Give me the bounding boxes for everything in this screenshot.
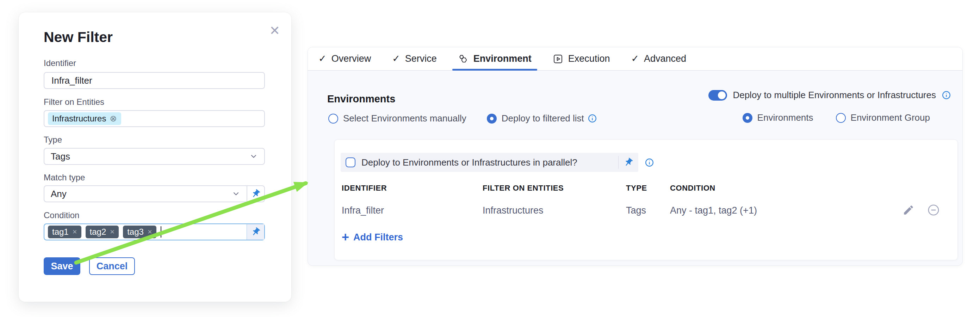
- cancel-button[interactable]: Cancel: [89, 257, 135, 275]
- pipeline-stage-panel: ✓ Overview ✓ Service Environment Executi…: [307, 47, 963, 266]
- toggle-knob: [718, 91, 725, 99]
- parallel-checkbox-label: Deploy to Environments or Infrastructure…: [361, 157, 578, 168]
- radio-label: Deploy to filtered list: [502, 113, 584, 124]
- toggle-label: Deploy to multiple Environments or Infra…: [733, 90, 936, 101]
- environment-icon: [458, 54, 469, 64]
- check-icon: ✓: [631, 54, 639, 64]
- edit-icon[interactable]: [902, 204, 915, 216]
- col-header-entities: FILTER ON ENTITIES: [483, 184, 564, 193]
- tag-chip: tag1 ×: [48, 226, 81, 238]
- radio-select-manually[interactable]: [328, 114, 338, 123]
- radio-environments[interactable]: [743, 113, 752, 123]
- tab-advanced[interactable]: ✓ Advanced: [620, 47, 697, 70]
- chip-remove-icon[interactable]: ⊗: [110, 114, 116, 123]
- environment-tab-content: Environments Select Environments manuall…: [308, 70, 963, 266]
- tag-chip-label: tag2: [90, 227, 107, 237]
- tag-chip-label: tag1: [52, 227, 69, 237]
- col-header-condition: CONDITION: [670, 184, 716, 193]
- match-type-select[interactable]: Any: [44, 185, 265, 202]
- filters-card: Deploy to Environments or Infrastructure…: [334, 139, 958, 260]
- match-type-label: Match type: [44, 173, 85, 183]
- tab-label: Advanced: [644, 53, 686, 64]
- match-type-value: Any: [51, 189, 67, 199]
- tag-remove-icon[interactable]: ×: [73, 227, 77, 237]
- stage-tabstrip: ✓ Overview ✓ Service Environment Executi…: [308, 47, 963, 70]
- close-icon[interactable]: ✕: [269, 24, 280, 37]
- tag-remove-icon[interactable]: ×: [148, 227, 152, 237]
- radio-label: Environment Group: [851, 112, 930, 123]
- execution-icon: [553, 54, 563, 64]
- divider: [618, 156, 619, 169]
- radio-deploy-filtered-list[interactable]: [487, 114, 497, 123]
- type-value: Tags: [51, 151, 70, 162]
- tag-chip-label: tag3: [127, 227, 144, 237]
- text-cursor: [161, 226, 161, 238]
- condition-pin-button[interactable]: [247, 224, 264, 240]
- match-type-pin-button[interactable]: [247, 186, 264, 202]
- entity-chip-label: Infrastructures: [52, 114, 106, 123]
- tab-label: Execution: [568, 53, 610, 64]
- check-icon: ✓: [318, 54, 326, 64]
- environments-heading: Environments: [327, 93, 395, 105]
- remove-icon[interactable]: [928, 204, 940, 216]
- row-condition: Any - tag1, tag2 (+1): [670, 205, 757, 216]
- plus-icon: +: [342, 231, 349, 243]
- pin-icon[interactable]: [621, 155, 635, 169]
- add-filters-label: Add Filters: [353, 232, 403, 243]
- radio-label: Select Environments manually: [343, 113, 466, 124]
- row-entities: Infrastructures: [483, 205, 544, 216]
- chevron-down-icon: [232, 190, 240, 198]
- parallel-checkbox-bar: Deploy to Environments or Infrastructure…: [340, 153, 638, 172]
- row-type: Tags: [626, 205, 646, 216]
- type-label: Type: [44, 135, 62, 145]
- environment-target-radios: Environments Environment Group: [743, 112, 930, 123]
- filter-on-entities-label: Filter on Entities: [44, 97, 104, 107]
- info-icon[interactable]: [942, 90, 951, 100]
- identifier-input[interactable]: Infra_filter: [44, 72, 265, 89]
- filter-on-entities-input[interactable]: Infrastructures ⊗: [44, 110, 265, 127]
- tag-chip: tag3 ×: [123, 226, 156, 238]
- pin-icon: [249, 187, 262, 200]
- info-icon[interactable]: [644, 158, 654, 167]
- tag-chip: tag2 ×: [86, 226, 119, 238]
- condition-input[interactable]: tag1 × tag2 × tag3 ×: [44, 223, 265, 240]
- new-filter-modal: New Filter ✕ Identifier Infra_filter Fil…: [19, 12, 291, 302]
- tab-label: Environment: [473, 53, 531, 64]
- type-select[interactable]: Tags: [44, 148, 265, 165]
- identifier-label: Identifier: [44, 58, 76, 68]
- condition-label: Condition: [44, 210, 79, 220]
- chevron-down-icon: [250, 152, 258, 161]
- parallel-row: Deploy to Environments or Infrastructure…: [340, 153, 654, 172]
- info-icon[interactable]: [587, 114, 597, 123]
- multi-env-toggle-row: Deploy to multiple Environments or Infra…: [708, 90, 951, 101]
- radio-label: Environments: [757, 112, 813, 123]
- tab-label: Service: [405, 53, 437, 64]
- col-header-identifier: IDENTIFIER: [342, 184, 387, 193]
- tag-remove-icon[interactable]: ×: [110, 227, 115, 237]
- row-identifier: Infra_filter: [342, 205, 384, 216]
- tab-service[interactable]: ✓ Service: [382, 47, 447, 70]
- pin-icon: [249, 225, 262, 239]
- tab-environment[interactable]: Environment: [447, 47, 542, 70]
- modal-title: New Filter: [44, 29, 113, 46]
- tab-label: Overview: [331, 53, 371, 64]
- identifier-value: Infra_filter: [51, 75, 92, 86]
- environment-mode-radios: Select Environments manually Deploy to f…: [328, 113, 597, 124]
- parallel-checkbox[interactable]: [345, 157, 355, 167]
- tab-overview[interactable]: ✓ Overview: [308, 47, 382, 70]
- tab-execution[interactable]: Execution: [542, 47, 621, 70]
- radio-environment-group[interactable]: [836, 113, 846, 123]
- save-button[interactable]: Save: [44, 257, 80, 275]
- col-header-type: TYPE: [626, 184, 647, 193]
- entity-chip: Infrastructures ⊗: [48, 112, 121, 125]
- add-filters-button[interactable]: + Add Filters: [342, 231, 403, 243]
- multi-env-toggle[interactable]: [708, 90, 727, 101]
- check-icon: ✓: [392, 54, 400, 64]
